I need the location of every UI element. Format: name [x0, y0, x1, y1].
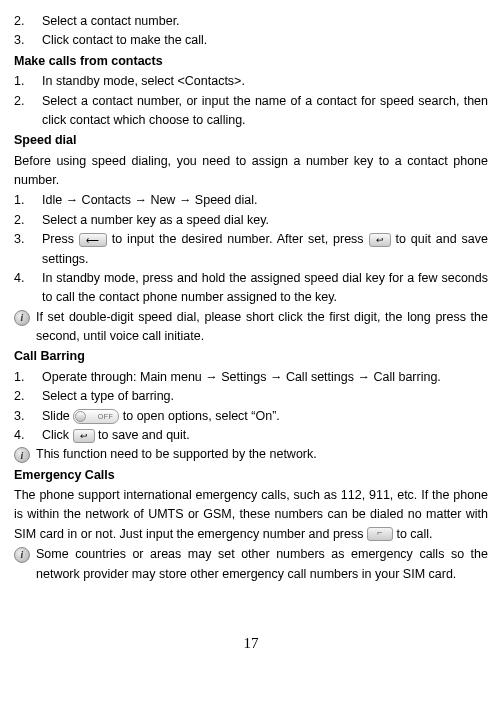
list-text: Click ↩ to save and quit. [42, 426, 488, 445]
arrow-icon: → [66, 193, 79, 207]
list-number: 4. [14, 426, 42, 445]
list-item: 3. Click contact to make the call. [14, 31, 488, 50]
text-fragment: Slide [42, 409, 73, 423]
arrow-icon: → [357, 370, 370, 384]
arrow-icon: → [270, 370, 283, 384]
text-fragment: Press [42, 232, 79, 246]
text-fragment: Call settings [282, 370, 357, 384]
list-item: 1. In standby mode, select <Contacts>. [14, 72, 488, 91]
heading-call-barring: Call Barring [14, 347, 488, 366]
text-fragment: Idle [42, 193, 66, 207]
heading-emergency: Emergency Calls [14, 466, 488, 485]
emergency-body: The phone support international emergenc… [14, 486, 488, 544]
list-item: 1. Operate through: Main menu → Settings… [14, 368, 488, 387]
list-text: Press ⟵ to input the desired number. Aft… [42, 230, 488, 269]
list-text: Slide to open options, select “On”. [42, 407, 488, 426]
back-button-icon: ↩ [73, 429, 95, 443]
list-item: 2. Select a contact number, or input the… [14, 92, 488, 131]
list-number: 3. [14, 407, 42, 426]
text-fragment: Contacts [78, 193, 134, 207]
text-fragment: to input the desired number. After set, … [107, 232, 369, 246]
note: i If set double-digit speed dial, please… [14, 308, 488, 347]
list-number: 3. [14, 31, 42, 50]
info-icon: i [14, 547, 30, 563]
text-fragment: Speed dial. [191, 193, 257, 207]
list-number: 2. [14, 387, 42, 406]
list-text: In standby mode, press and hold the assi… [42, 269, 488, 308]
list-number: 1. [14, 72, 42, 91]
input-button-icon: ⟵ [79, 233, 107, 247]
list-text: Select a contact number. [42, 12, 488, 31]
list-number: 1. [14, 368, 42, 387]
list-number: 3. [14, 230, 42, 269]
note-text: This function need to be supported by th… [36, 445, 488, 464]
note: i This function need to be supported by … [14, 445, 488, 464]
page-number: 17 [14, 632, 488, 655]
list-item: 3. Slide to open options, select “On”. [14, 407, 488, 426]
text-fragment: Click [42, 428, 73, 442]
list-item: 2. Select a type of barring. [14, 387, 488, 406]
list-text: Idle → Contacts → New → Speed dial. [42, 191, 488, 210]
text-fragment: Settings [218, 370, 270, 384]
speed-dial-intro: Before using speed dialing, you need to … [14, 152, 488, 191]
list-item: 4. Click ↩ to save and quit. [14, 426, 488, 445]
text-fragment: to call. [393, 527, 433, 541]
list-number: 4. [14, 269, 42, 308]
arrow-icon: → [205, 370, 218, 384]
text-fragment: to save and quit. [95, 428, 190, 442]
list-number: 2. [14, 211, 42, 230]
note: i Some countries or areas may set other … [14, 545, 488, 584]
heading-make-calls: Make calls from contacts [14, 52, 488, 71]
text-fragment: to open options, select “On”. [119, 409, 280, 423]
list-text: Operate through: Main menu → Settings → … [42, 368, 488, 387]
list-number: 2. [14, 92, 42, 131]
call-button-icon [367, 527, 393, 541]
list-item: 3. Press ⟵ to input the desired number. … [14, 230, 488, 269]
list-item: 4. In standby mode, press and hold the a… [14, 269, 488, 308]
list-text: In standby mode, select <Contacts>. [42, 72, 488, 91]
arrow-icon: → [179, 193, 192, 207]
arrow-icon: → [134, 193, 147, 207]
text-fragment: Call barring. [370, 370, 441, 384]
note-text: Some countries or areas may set other nu… [36, 545, 488, 584]
heading-speed-dial: Speed dial [14, 131, 488, 150]
list-item: 2. Select a number key as a speed dial k… [14, 211, 488, 230]
note-text: If set double-digit speed dial, please s… [36, 308, 488, 347]
list-item: 2. Select a contact number. [14, 12, 488, 31]
list-text: Click contact to make the call. [42, 31, 488, 50]
list-text: Select a contact number, or input the na… [42, 92, 488, 131]
text-fragment: Operate through: Main menu [42, 370, 205, 384]
list-number: 1. [14, 191, 42, 210]
info-icon: i [14, 447, 30, 463]
text-fragment: New [147, 193, 179, 207]
toggle-off-icon [73, 409, 119, 424]
list-item: 1. Idle → Contacts → New → Speed dial. [14, 191, 488, 210]
info-icon: i [14, 310, 30, 326]
list-text: Select a type of barring. [42, 387, 488, 406]
list-text: Select a number key as a speed dial key. [42, 211, 488, 230]
list-number: 2. [14, 12, 42, 31]
back-button-icon: ↩ [369, 233, 391, 247]
